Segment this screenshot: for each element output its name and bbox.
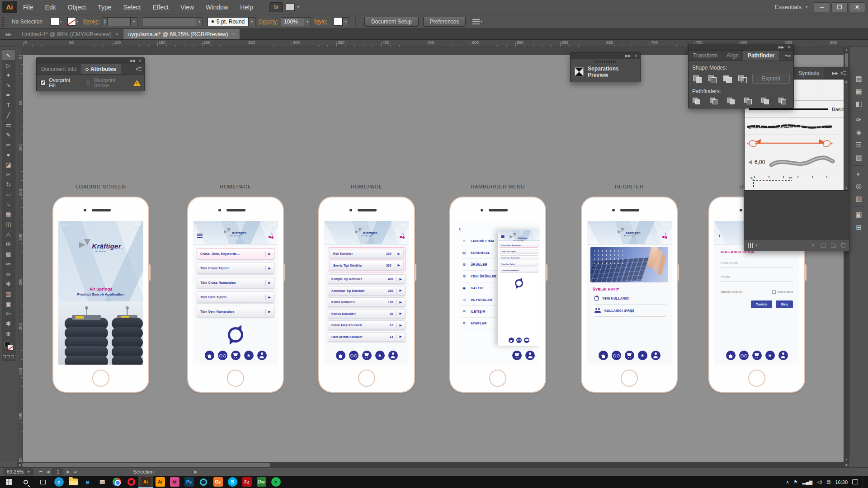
dock-swatches[interactable]: ◧ [849,98,868,110]
taskbar-edge[interactable]: e [52,476,66,488]
list-item[interactable]: Cross, Oem, Keywords... [500,243,538,248]
menu-effect[interactable]: Effect [146,0,175,14]
line-segment-tool[interactable]: ╱ [2,110,15,120]
collapse-panel-icon[interactable]: ▶▶ [625,54,631,58]
taskbar-internet-explorer[interactable]: e [80,476,95,488]
brush-definition[interactable]: 5 pt. Round [208,17,249,26]
panel-grip[interactable] [1,17,5,27]
tab-document-info[interactable]: Document Info [37,64,81,74]
phone-mockup[interactable]: •••••▴9:41 AM100%Kräftiger®Air Springs‹R… [318,197,415,393]
eraser-tool[interactable]: ◪ [2,160,15,169]
chevron-down-icon[interactable]: ▾ [297,5,299,9]
back-icon[interactable]: ‹ [718,233,721,238]
unite-button[interactable] [692,75,701,83]
expand-button[interactable]: Expand [752,74,790,84]
draw-mode-icon[interactable] [11,355,14,358]
bridge-button[interactable]: Br [269,2,283,12]
brush-cut-line[interactable]: ✂ ✂ [745,172,849,190]
direct-selection-tool[interactable]: ▷ [2,60,15,70]
type-tool[interactable]: T [2,100,15,110]
dock-gradient[interactable]: ▧ [849,151,868,164]
stroke-weight-field[interactable] [107,17,131,26]
arrange-documents-icon[interactable] [286,4,295,11]
tray-network[interactable]: ▂▄▆ [802,479,812,484]
taskbar-illustrator[interactable]: Ai [138,476,153,488]
preferences-button[interactable]: Preferences [423,17,466,27]
menu-object[interactable]: Object [62,0,92,14]
dock-artboards[interactable]: ▣ [849,208,868,221]
align-icon[interactable] [472,19,480,24]
scale-tool[interactable]: ▱ [2,189,15,199]
collapse-panel-icon[interactable]: ▶▶ [778,45,784,49]
drag-grip[interactable] [595,61,616,63]
menu-window[interactable]: Window [200,0,234,14]
zoom-tool[interactable]: ⊕ [2,328,15,338]
eyedropper-tool[interactable]: ✑ [2,259,15,269]
rectangle-tool[interactable]: ▭ [2,120,15,130]
chevron-down-icon[interactable]: ▼ [196,17,203,26]
menu-help[interactable]: Help [234,0,259,14]
intersect-button[interactable] [722,75,731,83]
fill-color-well[interactable] [7,345,13,351]
overprint-fill-checkbox[interactable] [40,80,45,85]
first-artboard-icon[interactable]: ⏮ [39,469,42,474]
divide-button[interactable] [692,97,701,104]
drawer-item-speaker[interactable]: ◁DUYURULAR [462,294,499,306]
menu-file[interactable]: File [17,0,39,14]
chevron-down-icon[interactable]: ▼ [131,17,137,26]
drawer-item-camera[interactable]: ◉GALERİ [462,282,499,294]
pencil-tool[interactable]: ✏ [2,140,15,150]
variable-width-profile[interactable] [142,17,196,26]
nav-home-icon[interactable] [726,351,736,360]
list-item[interactable]: Komple Tip Körükler420▶ [328,274,406,284]
tab-pathfinder[interactable]: Pathfinder [743,51,779,61]
taskbar-spotify[interactable]: ≈ [269,476,283,488]
nav-star-icon[interactable]: ★ [765,351,775,360]
stroke-link[interactable]: Stroke: [83,19,100,25]
list-item[interactable]: Tüm Oem Numaraları▶ [197,306,274,317]
document-tab-1[interactable]: uygulama.ai* @ 69,25% (RGB/Preview)✕ [123,29,240,39]
phone-mockup[interactable]: •••••▴9:41 AM100%Kräftiger®Air SpringsCr… [187,197,284,393]
collapse-tools-icon[interactable]: ▶▶ [0,29,17,39]
nav-person-icon[interactable] [525,351,535,360]
artbo​ard-tool[interactable]: ▣ [2,299,15,309]
zoom-level-dropdown[interactable]: 69,25%▾ [4,469,33,475]
tray-volume[interactable]: ◁) [817,479,822,484]
horizontal-scroll-thumb[interactable] [22,463,270,467]
search-button[interactable] [17,476,34,488]
minimize-button[interactable]: ─ [814,2,830,12]
workspace-switcher[interactable]: Essentials▾ [775,4,807,10]
taskbar-mail[interactable]: ✉ [95,476,109,488]
remember-checkbox[interactable] [772,290,776,294]
username-field[interactable]: Kullanıcı Adı [721,261,793,268]
scissors-tool[interactable]: ✂ [2,169,15,179]
dock-appearance[interactable]: ◎ [849,180,868,192]
close-tab-icon[interactable]: ✕ [232,32,236,37]
nav-person-icon[interactable] [257,351,267,360]
collapse-panel-icon[interactable]: ▶▶ ▾☰ [832,67,849,79]
phone-mockup[interactable]: •••••▴9:41 AM100%Kräftiger®Air SpringsAi… [52,197,149,393]
menu-view[interactable]: View [175,0,200,14]
pen-tool[interactable]: ✒ [2,90,15,100]
symbol-sprayer-tool[interactable]: ✼ [2,279,15,289]
drawer-item-gear[interactable]: ⚙AYARLAR [462,318,499,329]
nav-bino-icon[interactable] [739,351,749,360]
close-tab-icon[interactable]: ✕ [115,32,119,37]
blob-brush-tool[interactable]: ● [2,150,15,160]
tray-keyboard[interactable]: ▤ [826,479,830,484]
taskbar-oz[interactable]: Oz [211,476,225,488]
forgot-password-link[interactable]: Şifremi Unuttum ! [721,291,743,294]
nav-home-icon[interactable] [205,351,214,360]
trim-button[interactable] [709,97,718,104]
status-menu-icon[interactable]: ▶ [194,469,198,474]
nav-home-icon[interactable] [336,351,345,360]
list-item[interactable]: Cross, Oem, Keywords...▶ [197,248,274,259]
new-brush-icon[interactable] [831,244,836,248]
chevron-down-icon[interactable]: ▼ [304,17,311,26]
outline-button[interactable] [761,97,770,104]
chevron-down-icon[interactable]: ▼ [249,17,255,26]
collapse-panel-icon[interactable]: ◀◀ [129,59,135,63]
delete-brush-icon[interactable] [841,243,845,248]
taskbar-chrome[interactable] [109,476,124,488]
taskbar-media-app[interactable] [196,476,211,488]
